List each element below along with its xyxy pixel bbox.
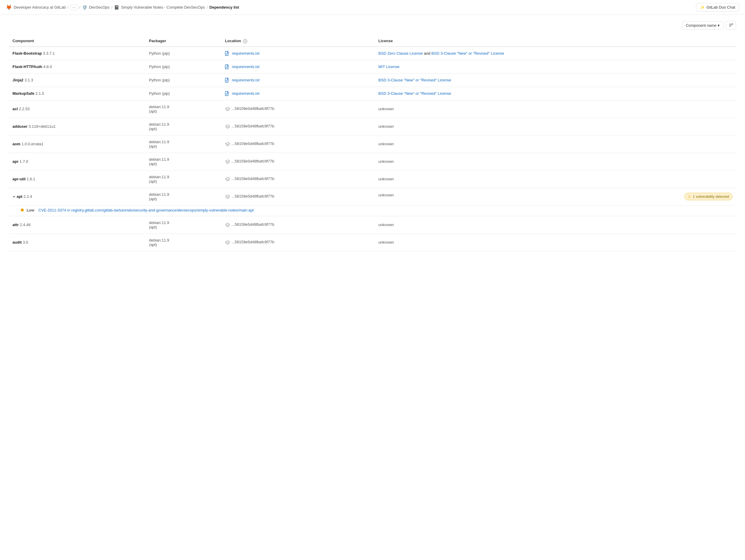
svg-marker-21	[226, 223, 230, 226]
location-cell: ...58159e5d48fbafc9f77b	[221, 188, 375, 205]
component-cell: aom 1.0.0.errata1	[9, 135, 145, 153]
component-version: 2.4.48	[20, 223, 31, 227]
sort-order-icon	[728, 23, 734, 28]
svg-marker-19	[226, 177, 230, 180]
location-link[interactable]: requirements.txt	[225, 64, 371, 69]
table-header: Component Packager Location i License	[9, 36, 736, 47]
license-link[interactable]: BSD Zero Clause License	[378, 51, 423, 56]
component-name: acl	[12, 107, 18, 111]
location-cell: ...58159e5d48fbafc9f77b	[221, 118, 375, 135]
license-cell: BSD 3-Clause "New" or "Revised" License	[375, 87, 736, 100]
col-header-packager: Packager	[145, 36, 221, 47]
col-header-license: License	[375, 36, 736, 47]
location-hash: ...58159e5d48fbafc9f77b	[231, 124, 274, 128]
location-info-icon[interactable]: i	[243, 39, 247, 43]
component-version: 2.2.4	[24, 194, 32, 199]
component-version: 2.2.53	[19, 107, 30, 111]
component-version: 4.8.0	[43, 64, 52, 69]
packager-cell: debian:11.9(apt)	[145, 216, 221, 233]
component-cell: adduser 3.118+deb11u1	[9, 118, 145, 135]
severity-dot	[21, 208, 24, 211]
location-cell: requirements.txt	[221, 47, 375, 60]
sort-order-button[interactable]	[726, 21, 736, 30]
packager-value: Python (pip)	[149, 51, 170, 56]
component-name: attr	[12, 223, 19, 227]
license-cell: unknown	[375, 233, 736, 251]
location-hash: ...58159e5d48fbafc9f77b	[231, 194, 274, 198]
table-row: Flask-HTTPAuth 4.8.0Python (pip) require…	[9, 60, 736, 73]
component-name: apt	[17, 194, 23, 199]
table-row: apr-util 1.6.1debian:11.9(apt) ...58159e…	[9, 170, 736, 188]
duo-chat-button[interactable]: ✨ GitLab Duo Chat	[696, 3, 739, 11]
component-version: 3.0	[23, 240, 28, 244]
packager-value: debian:11.9(apt)	[149, 105, 169, 113]
packager-cell: debian:11.9(apt)	[145, 188, 221, 205]
main-content: Component name ▾ Component Packager Loca…	[0, 15, 745, 257]
table-row: MarkupSafe 2.1.5Python (pip) requirement…	[9, 87, 736, 100]
license-cell: unknown	[375, 100, 736, 118]
license-cell: unknown ⚠ 1 vulnerability detected	[375, 188, 736, 205]
component-version: 1.0.0.errata1	[22, 142, 43, 146]
location-link[interactable]: requirements.txt	[225, 91, 371, 96]
packager-cell: Python (pip)	[145, 73, 221, 87]
layers-icon	[225, 194, 230, 199]
breadcrumb-item-notes[interactable]: Simply Vulnerable Notes - Complete DevSe…	[121, 5, 205, 9]
license-link[interactable]: BSD 3-Clause "New" or "Revised" License	[378, 91, 451, 96]
location-cell: requirements.txt	[221, 60, 375, 73]
component-name: apr-util	[12, 177, 26, 181]
packager-cell: debian:11.9(apt)	[145, 170, 221, 188]
license-cell: unknown	[375, 153, 736, 170]
packager-value: debian:11.9(apt)	[149, 140, 169, 149]
license-link[interactable]: BSD 3-Clause "New" or "Revised" License	[431, 51, 504, 56]
component-cell: Flask-HTTPAuth 4.8.0	[9, 60, 145, 73]
toolbar: Component name ▾	[9, 21, 736, 30]
svg-marker-20	[226, 195, 230, 197]
duo-chat-label: GitLab Duo Chat	[706, 5, 735, 9]
license-value: unknown	[378, 240, 394, 244]
packager-value: Python (pip)	[149, 91, 170, 96]
vulnerability-badge[interactable]: ⚠ 1 vulnerability detected	[684, 193, 733, 200]
packager-cell: Python (pip)	[145, 47, 221, 60]
license-value: unknown	[378, 193, 394, 197]
table-row: apr 1.7.0debian:11.9(apt) ...58159e5d48f…	[9, 153, 736, 170]
location-link[interactable]: requirements.txt	[225, 51, 371, 56]
breadcrumb-more-button[interactable]: ···	[70, 4, 77, 10]
component-version: 3.118+deb11u1	[29, 124, 56, 129]
notes-icon: 📓	[114, 5, 119, 10]
packager-value: Python (pip)	[149, 78, 170, 82]
component-cell: acl 2.2.53	[9, 100, 145, 118]
component-name: Flask-HTTPAuth	[12, 64, 42, 69]
layers-icon	[225, 240, 230, 245]
license-link[interactable]: BSD 3-Clause "New" or "Revised" License	[378, 78, 451, 82]
file-icon	[225, 91, 229, 96]
component-name: apr	[12, 159, 19, 164]
license-value: unknown	[378, 107, 394, 111]
nav-right: ✨ GitLab Duo Chat	[696, 3, 739, 11]
license-cell: unknown	[375, 135, 736, 153]
cve-link[interactable]: CVE-2011-3374 in registry.gitlab.com/git…	[38, 208, 254, 212]
component-cell: audit 3.0	[9, 233, 145, 251]
component-version: 1.6.1	[27, 177, 35, 181]
location-hash: ...58159e5d48fbafc9f77b	[231, 159, 274, 163]
cve-row: Low CVE-2011-3374 in registry.gitlab.com…	[9, 205, 736, 216]
packager-cell: Python (pip)	[145, 87, 221, 100]
collapse-icon[interactable]: ▼	[12, 195, 15, 198]
location-link[interactable]: requirements.txt	[225, 78, 371, 83]
license-cell: BSD 3-Clause "New" or "Revised" License	[375, 73, 736, 87]
table-row: acl 2.2.53debian:11.9(apt) ...58159e5d48…	[9, 100, 736, 118]
license-cell: unknown	[375, 216, 736, 233]
license-link[interactable]: MIT License	[378, 64, 399, 69]
breadcrumb-item-devsecops[interactable]: DevSecOps	[89, 5, 109, 9]
license-value: unknown	[378, 159, 394, 164]
component-cell: attr 2.4.48	[9, 216, 145, 233]
warning-icon: ⚠	[688, 194, 691, 199]
chevron-down-icon: ▾	[718, 23, 720, 28]
license-value: unknown	[378, 142, 394, 146]
breadcrumb-item-advocacy[interactable]: Developer Advocacy at GitLab	[14, 5, 66, 9]
location-cell: requirements.txt	[221, 73, 375, 87]
breadcrumb: 🦊 Developer Advocacy at GitLab / ··· / 🛡…	[6, 4, 239, 10]
layers-icon	[225, 176, 230, 182]
location-cell: requirements.txt	[221, 87, 375, 100]
file-icon	[225, 64, 229, 69]
sort-dropdown[interactable]: Component name ▾	[682, 21, 723, 30]
